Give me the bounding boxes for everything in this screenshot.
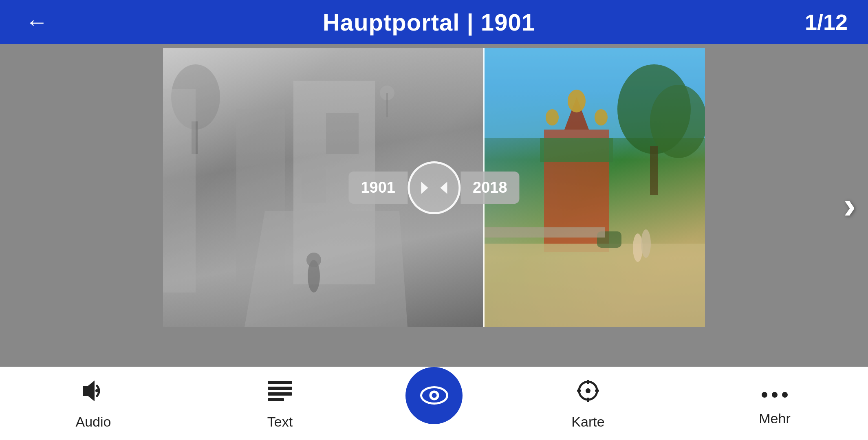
svg-point-30	[95, 389, 99, 392]
svg-rect-21	[650, 146, 658, 195]
svg-marker-27	[421, 182, 428, 194]
svg-marker-2	[245, 211, 408, 327]
eye-icon	[419, 380, 449, 411]
text-icon	[266, 378, 294, 408]
audio-icon	[79, 378, 108, 408]
svg-marker-29	[83, 381, 95, 401]
svg-rect-11	[302, 170, 326, 203]
nav-mehr[interactable]: Mehr	[714, 376, 836, 431]
audio-label: Audio	[76, 414, 111, 430]
svg-point-16	[546, 109, 559, 125]
back-button[interactable]: ←	[20, 11, 53, 33]
top-bar: ← Hauptportal | 1901 1/12	[0, 0, 868, 44]
svg-point-39	[586, 388, 590, 393]
slider-arrows-icon	[418, 178, 450, 198]
svg-point-45	[772, 392, 778, 398]
svg-rect-32	[268, 387, 292, 390]
svg-point-23	[633, 233, 643, 262]
svg-rect-9	[163, 89, 196, 293]
svg-marker-28	[440, 182, 447, 194]
bottom-nav: Audio Text	[0, 367, 868, 440]
text-label: Text	[267, 414, 293, 430]
year-right: 2018	[460, 172, 520, 204]
svg-rect-18	[540, 138, 613, 162]
svg-point-17	[595, 109, 608, 125]
nav-text[interactable]: Text	[219, 374, 341, 434]
svg-point-37	[432, 393, 436, 398]
svg-point-24	[641, 229, 651, 258]
svg-rect-22	[483, 244, 705, 327]
year-left: 1901	[348, 172, 408, 204]
image-container[interactable]: 1901 2018	[163, 48, 705, 327]
karte-icon	[574, 378, 602, 408]
main-content: 1901 2018 ›	[0, 44, 868, 367]
svg-rect-34	[268, 398, 284, 401]
image-viewer: 1901 2018 ›	[0, 44, 868, 367]
page-counter: 1/12	[805, 9, 848, 35]
svg-point-15	[568, 90, 586, 112]
eye-view-button[interactable]	[405, 367, 463, 424]
nav-audio[interactable]: Audio	[32, 374, 154, 434]
karte-label: Karte	[571, 414, 604, 430]
svg-rect-26	[483, 227, 605, 238]
slider-circle-button[interactable]	[408, 161, 460, 214]
svg-point-46	[782, 392, 788, 398]
svg-rect-10	[326, 113, 359, 154]
mehr-label: Mehr	[759, 411, 790, 427]
nav-karte[interactable]: Karte	[527, 374, 649, 434]
next-chevron[interactable]: ›	[844, 185, 856, 227]
svg-point-44	[762, 392, 767, 398]
slider-control[interactable]: 1901 2018	[348, 161, 519, 214]
svg-point-20	[650, 85, 705, 158]
svg-rect-33	[268, 392, 292, 396]
header-title: Hauptportal | 1901	[323, 9, 535, 36]
mehr-icon	[760, 381, 789, 405]
svg-rect-31	[268, 381, 292, 384]
svg-rect-8	[386, 93, 388, 117]
svg-point-4	[306, 253, 321, 267]
